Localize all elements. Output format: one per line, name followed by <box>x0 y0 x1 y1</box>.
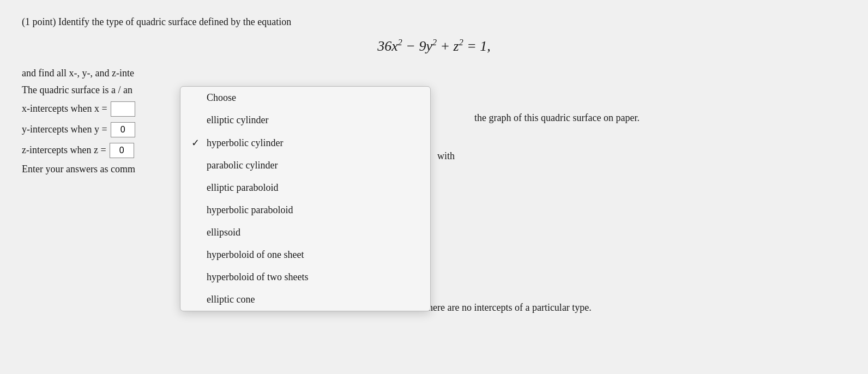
dropdown-item-ellipsoid[interactable]: ellipsoid <box>180 221 430 244</box>
checkmark-parabolic-cylinder <box>191 160 202 171</box>
checkmark-choose <box>191 92 202 104</box>
z-intercept-row: z-intercepts when z = <box>22 143 846 158</box>
z-intercept-label: z-intercepts when z = <box>22 144 106 156</box>
dropdown-item-elliptic-cone[interactable]: elliptic cone <box>180 288 430 311</box>
enter-answers-text: Enter your answers as comm <box>22 164 846 175</box>
dropdown-item-hyperbolic-cylinder[interactable]: ✓ hyperbolic cylinder <box>180 131 430 154</box>
question-header: (1 point) Identify the type of quadric s… <box>22 16 846 28</box>
dropdown-item-elliptic-paraboloid[interactable]: elliptic paraboloid <box>180 177 430 199</box>
equation-display: 36x2 − 9y2 + z2 = 1, <box>22 38 846 55</box>
checkmark-hyperbolic-paraboloid <box>191 204 202 216</box>
no-intercepts-text: there are no intercepts of a particular … <box>425 302 592 313</box>
dropdown-item-label-elliptic-cylinder: elliptic cylinder <box>207 114 419 126</box>
x-intercept-row: x-intercepts when x = <box>22 101 846 117</box>
dropdown-item-elliptic-cylinder[interactable]: elliptic cylinder <box>180 109 430 131</box>
checkmark-hyperboloid-one-sheet <box>191 249 202 261</box>
dropdown-item-label-hyperboloid-one-sheet: hyperboloid of one sheet <box>207 249 419 261</box>
x-intercept-input[interactable] <box>111 101 135 117</box>
dropdown-item-label-hyperboloid-two-sheets: hyperboloid of two sheets <box>207 272 419 283</box>
z-intercept-input[interactable] <box>110 143 134 158</box>
dropdown-item-label-ellipsoid: ellipsoid <box>207 227 419 238</box>
dropdown-item-choose[interactable]: Choose <box>180 87 430 109</box>
dropdown-item-label-hyperbolic-cylinder: hyperbolic cylinder <box>207 137 419 149</box>
and-find-text: and find all x-, y-, and z-inte <box>22 68 846 79</box>
y-intercept-label: y-intercepts when y = <box>22 124 107 135</box>
checkmark-elliptic-cone <box>191 294 202 305</box>
y-intercept-row: y-intercepts when y = <box>22 122 846 137</box>
checkmark-hyperbolic-cylinder: ✓ <box>191 137 202 149</box>
surface-label-text: The quadric surface is a / an <box>22 85 846 96</box>
dropdown-item-label-choose: Choose <box>207 92 419 104</box>
dropdown-menu: Choose elliptic cylinder ✓ hyperbolic cy… <box>180 86 431 311</box>
checkmark-ellipsoid <box>191 227 202 238</box>
checkmark-hyperboloid-two-sheets <box>191 272 202 283</box>
dropdown-item-label-elliptic-cone: elliptic cone <box>207 294 419 305</box>
dropdown-item-hyperboloid-one-sheet[interactable]: hyperboloid of one sheet <box>180 244 430 266</box>
dropdown-item-label-elliptic-paraboloid: elliptic paraboloid <box>207 182 419 194</box>
with-label: with <box>437 150 455 162</box>
dropdown-item-label-parabolic-cylinder: parabolic cylinder <box>207 160 419 171</box>
y-intercept-input[interactable] <box>111 122 135 137</box>
dropdown-item-label-hyperbolic-paraboloid: hyperbolic paraboloid <box>207 204 419 216</box>
checkmark-elliptic-paraboloid <box>191 182 202 194</box>
right-side-text: the graph of this quadric surface on pap… <box>474 112 640 124</box>
dropdown-item-hyperboloid-two-sheets[interactable]: hyperboloid of two sheets <box>180 266 430 288</box>
dropdown-item-hyperbolic-paraboloid[interactable]: hyperbolic paraboloid <box>180 199 430 221</box>
dropdown-item-parabolic-cylinder[interactable]: parabolic cylinder <box>180 154 430 177</box>
checkmark-elliptic-cylinder <box>191 114 202 126</box>
x-intercept-label: x-intercepts when x = <box>22 103 107 114</box>
page-container: (1 point) Identify the type of quadric s… <box>0 0 868 374</box>
